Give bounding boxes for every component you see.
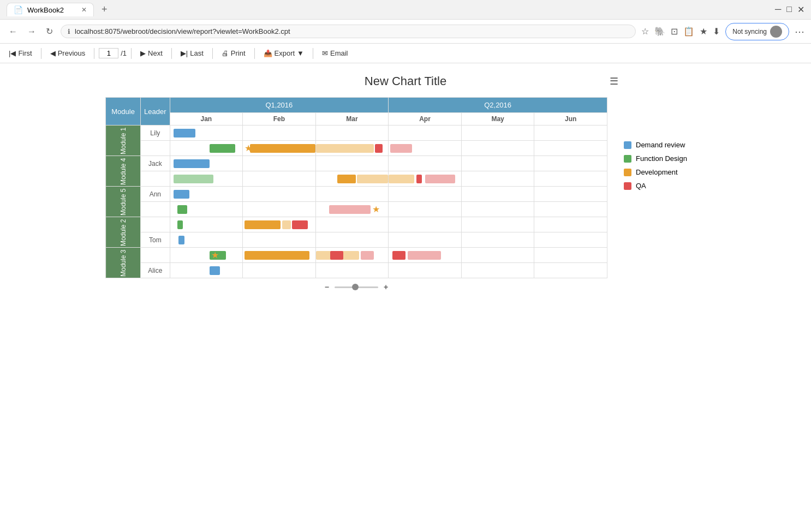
page-number-input[interactable] — [99, 48, 118, 58]
bar-function-design-light — [174, 175, 213, 183]
more-options-button[interactable]: ⋯ — [795, 26, 804, 38]
bar-demand-review — [210, 266, 220, 275]
browser-tab[interactable]: 📄 WorkBook2 ✕ — [7, 3, 94, 16]
export-button[interactable]: 📤 Export ▼ — [259, 48, 308, 58]
gantt-cell — [243, 156, 316, 171]
gantt-cell — [389, 202, 462, 217]
chart-container: Module Leader Q1,2016 Q2,2016 Jan Feb Ma… — [105, 97, 706, 296]
bar-development — [337, 175, 355, 183]
chart-menu-icon[interactable]: ☰ — [610, 75, 618, 87]
address-bar[interactable]: ℹ localhost:8075/webroot/decision/view/r… — [61, 25, 636, 38]
not-syncing-button[interactable]: Not syncing — [725, 23, 789, 40]
next-label: Next — [148, 49, 163, 57]
new-tab-button[interactable]: + — [98, 4, 111, 15]
sep1 — [41, 48, 41, 59]
gantt-cell — [534, 187, 607, 202]
table-row: ★ — [106, 141, 607, 156]
gantt-cell: ★ — [170, 248, 243, 263]
address-security-icon: ℹ — [68, 28, 70, 35]
bookmark-star-icon[interactable]: ☆ — [641, 26, 649, 37]
download-icon[interactable]: ⬇ — [713, 26, 720, 37]
email-button[interactable]: ✉ Email — [318, 48, 353, 58]
tab-close-button[interactable]: ✕ — [81, 6, 87, 14]
email-icon: ✉ — [322, 49, 328, 57]
table-row: ★ — [106, 202, 607, 217]
bookmarks-icon[interactable]: ★ — [700, 26, 707, 37]
bar-function-design — [177, 205, 188, 214]
bar-qa — [330, 251, 343, 260]
leader-lily: Lily — [141, 125, 170, 141]
gantt-cell — [170, 187, 243, 202]
gantt-cell — [461, 171, 534, 187]
minimize-button[interactable]: ─ — [775, 4, 781, 15]
previous-icon: ◀ — [50, 49, 56, 57]
gantt-cell — [461, 125, 534, 141]
bar-qa-pink — [425, 175, 456, 183]
next-button[interactable]: ▶ Next — [136, 48, 167, 58]
legend-function-design: Function Design — [624, 154, 706, 163]
gantt-cell — [534, 248, 607, 263]
close-button[interactable]: ✕ — [797, 4, 804, 15]
leader-empty — [141, 171, 170, 187]
module-4-label: Module 4 — [106, 156, 141, 187]
browser-titlebar: 📄 WorkBook2 ✕ + ─ □ ✕ — [0, 0, 811, 20]
browser-addressbar: ← → ↻ ℹ localhost:8075/webroot/decision/… — [0, 20, 811, 44]
clipboard-icon[interactable]: 📋 — [683, 26, 694, 37]
back-button[interactable]: ← — [7, 25, 20, 39]
gantt-cell — [389, 141, 462, 156]
maximize-button[interactable]: □ — [786, 4, 792, 15]
gantt-cell — [389, 263, 462, 278]
browser-ext-icon[interactable]: ⊡ — [671, 26, 678, 37]
previous-button[interactable]: ◀ Previous — [46, 48, 90, 58]
gantt-cell — [534, 156, 607, 171]
chart-body: Module Leader Q1,2016 Q2,2016 Jan Feb Ma… — [105, 97, 607, 296]
gantt-cell — [534, 263, 607, 278]
legend-development: Development — [624, 168, 706, 176]
gantt-cell — [243, 217, 316, 232]
legend-label-qa: QA — [636, 182, 646, 190]
gantt-cell: ★ — [315, 202, 389, 217]
bar-qa-pink — [408, 251, 441, 260]
module-1-label: Module 1 — [106, 125, 141, 156]
sep7 — [313, 48, 313, 59]
table-row: Module 4 Jack — [106, 156, 607, 171]
zoom-in-button[interactable]: + — [384, 283, 388, 291]
gantt-cell — [461, 156, 534, 171]
leader-empty — [141, 202, 170, 217]
first-button[interactable]: |◀ First — [4, 48, 37, 58]
not-syncing-label: Not syncing — [732, 28, 767, 35]
leader-empty — [141, 248, 170, 263]
export-icon: 📤 — [264, 49, 272, 57]
zoom-track[interactable] — [335, 286, 378, 288]
gantt-cell — [170, 125, 243, 141]
leader-tom: Tom — [141, 232, 170, 248]
month-may: May — [461, 113, 534, 125]
print-button[interactable]: 🖨 Print — [217, 48, 250, 58]
bar-qa-pink — [361, 251, 374, 260]
sep6 — [254, 48, 255, 59]
forward-button[interactable]: → — [25, 25, 38, 39]
evernote-icon[interactable]: 🐘 — [654, 26, 665, 37]
last-button[interactable]: ▶| Last — [176, 48, 208, 58]
zoom-out-button[interactable]: − — [325, 283, 329, 291]
gantt-cell — [389, 217, 462, 232]
bar-development — [245, 251, 309, 260]
gantt-cell — [243, 232, 316, 248]
gantt-cell — [170, 202, 243, 217]
quarter-header-row: Module Leader Q1,2016 Q2,2016 — [106, 98, 607, 113]
export-label: Export — [275, 49, 295, 57]
gantt-cell — [461, 202, 534, 217]
browser-actions: ☆ 🐘 ⊡ 📋 ★ ⬇ Not syncing ⋯ — [641, 23, 804, 40]
window-controls: ─ □ ✕ — [775, 4, 804, 15]
zoom-thumb[interactable] — [352, 284, 359, 290]
gantt-cell — [534, 202, 607, 217]
gantt-cell — [534, 125, 607, 141]
bar-development-light — [316, 144, 374, 153]
gantt-table: Module Leader Q1,2016 Q2,2016 Jan Feb Ma… — [105, 97, 607, 278]
last-label: Last — [190, 49, 204, 57]
legend-demand-review: Demand review — [624, 141, 706, 149]
milestone-star: ★ — [372, 204, 380, 214]
refresh-button[interactable]: ↻ — [44, 24, 55, 39]
gantt-cell: ★ — [243, 141, 316, 156]
table-row: Tom — [106, 232, 607, 248]
